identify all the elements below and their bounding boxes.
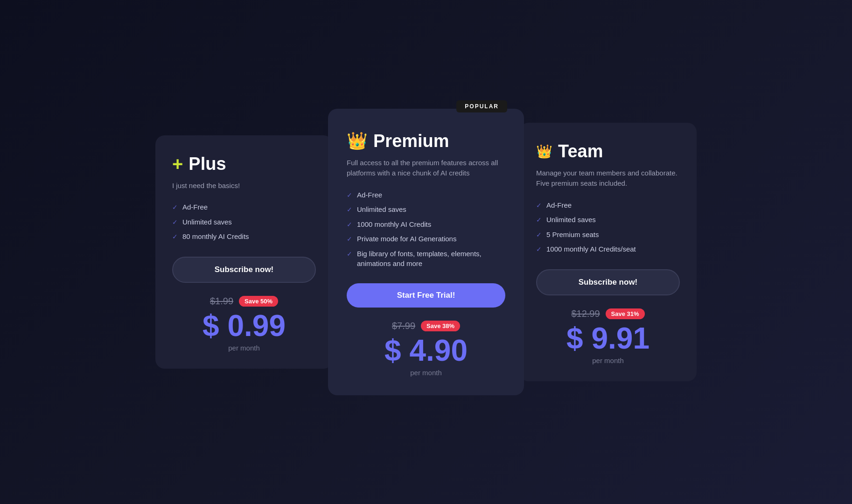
premium-features: ✓ Ad-Free ✓ Unlimited saves ✓ 1000 month… <box>347 190 505 268</box>
premium-description: Full access to all the premium features … <box>347 158 505 179</box>
check-icon-t3: ✓ <box>536 231 542 240</box>
premium-crown-icon: 👑 <box>347 131 368 151</box>
team-per-month: per month <box>536 357 680 364</box>
plus-title: Plus <box>189 154 226 174</box>
team-feature-1: ✓ Ad-Free <box>536 200 680 210</box>
plus-save-badge: Save 50% <box>239 296 278 307</box>
team-current-price: $ 9.91 <box>536 322 680 355</box>
premium-title: Premium <box>373 131 449 151</box>
team-title: Team <box>558 141 603 161</box>
check-icon-p2: ✓ <box>347 205 352 215</box>
check-icon-t4: ✓ <box>536 245 542 254</box>
check-icon-t1: ✓ <box>536 201 542 210</box>
premium-original-price: $7.99 <box>392 321 415 331</box>
check-icon-p4: ✓ <box>347 235 352 244</box>
premium-feature-1: ✓ Ad-Free <box>347 190 505 200</box>
plus-features: ✓ Ad-Free ✓ Unlimited saves ✓ 80 monthly… <box>172 202 316 242</box>
team-price-row: $12.99 Save 31% <box>536 308 680 319</box>
plus-per-month: per month <box>172 344 316 352</box>
premium-feature-5: ✓ Big library of fonts, templates, eleme… <box>347 249 505 268</box>
premium-trial-button[interactable]: Start Free Trial! <box>347 283 505 308</box>
check-icon-3: ✓ <box>172 232 178 242</box>
team-feature-2: ✓ Unlimited saves <box>536 215 680 225</box>
plus-description: I just need the basics! <box>172 181 316 191</box>
team-description: Manage your team members and collaborate… <box>536 168 680 189</box>
team-subscribe-button[interactable]: Subscribe now! <box>536 269 680 295</box>
team-feature-3: ✓ 5 Premium seats <box>536 230 680 240</box>
premium-feature-4: ✓ Private mode for AI Generations <box>347 234 505 244</box>
premium-price-row: $7.99 Save 38% <box>347 321 505 331</box>
premium-card: POPULAR 👑 Premium Full access to all the… <box>328 109 524 396</box>
team-feature-4: ✓ 1000 monthly AI Credits/seat <box>536 244 680 254</box>
premium-per-month: per month <box>347 369 505 377</box>
plus-header: + Plus <box>172 154 316 174</box>
premium-save-badge: Save 38% <box>421 321 460 331</box>
plus-feature-2: ✓ Unlimited saves <box>172 217 316 227</box>
plus-subscribe-button[interactable]: Subscribe now! <box>172 257 316 283</box>
plus-original-price: $1.99 <box>210 296 233 307</box>
team-pricing: $12.99 Save 31% $ 9.91 per month <box>536 308 680 364</box>
premium-current-price: $ 4.90 <box>347 334 505 367</box>
plus-current-price: $ 0.99 <box>172 309 316 342</box>
plus-price-row: $1.99 Save 50% <box>172 296 316 307</box>
plus-card: + Plus I just need the basics! ✓ Ad-Free… <box>155 135 333 369</box>
premium-pricing: $7.99 Save 38% $ 4.90 per month <box>347 321 505 377</box>
team-features: ✓ Ad-Free ✓ Unlimited saves ✓ 5 Premium … <box>536 200 680 254</box>
team-original-price: $12.99 <box>571 308 600 319</box>
team-save-badge: Save 31% <box>606 308 645 319</box>
team-card: 👑 Team Manage your team members and coll… <box>519 123 697 382</box>
premium-feature-2: ✓ Unlimited saves <box>347 204 505 215</box>
plans-container: + Plus I just need the basics! ✓ Ad-Free… <box>99 109 753 396</box>
team-crown-icon: 👑 <box>536 144 552 159</box>
plus-feature-1: ✓ Ad-Free <box>172 202 316 212</box>
check-icon-p5: ✓ <box>347 250 352 259</box>
popular-badge: POPULAR <box>456 100 507 112</box>
check-icon-p3: ✓ <box>347 220 352 230</box>
check-icon-2: ✓ <box>172 218 178 227</box>
plus-feature-3: ✓ 80 monthly AI Credits <box>172 231 316 242</box>
check-icon-1: ✓ <box>172 203 178 212</box>
premium-header: 👑 Premium <box>347 131 505 151</box>
plus-icon: + <box>172 154 183 173</box>
plus-pricing: $1.99 Save 50% $ 0.99 per month <box>172 296 316 352</box>
check-icon-t2: ✓ <box>536 216 542 225</box>
check-icon-p1: ✓ <box>347 191 352 200</box>
team-header: 👑 Team <box>536 141 680 161</box>
premium-feature-3: ✓ 1000 monthly AI Credits <box>347 219 505 230</box>
